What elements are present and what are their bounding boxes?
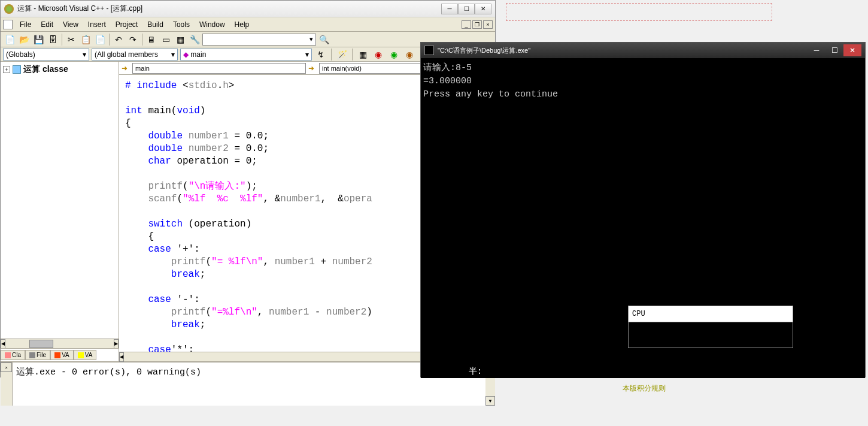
- menu-window[interactable]: Window: [195, 19, 230, 30]
- console-icon: [424, 46, 434, 55]
- tab-fileview[interactable]: File: [25, 350, 50, 360]
- output-gutter: ×: [1, 362, 13, 406]
- menu-help[interactable]: Help: [230, 19, 254, 30]
- windows-icon[interactable]: ▦: [174, 33, 187, 46]
- tab-va1[interactable]: VA: [50, 350, 74, 360]
- menu-bar: File Edit View Insert Project Build Tool…: [1, 17, 495, 32]
- menu-edit[interactable]: Edit: [36, 19, 58, 30]
- page-footer: 本版积分规则: [623, 383, 802, 394]
- find-combo[interactable]: ▾: [202, 34, 316, 46]
- class-group-icon: [13, 65, 21, 74]
- console-body[interactable]: 请输入:8-5 =3.000000 Press any key to conti…: [421, 58, 865, 378]
- console-line-2: =3.000000: [423, 75, 863, 88]
- workspace-tabs: Cla File VA VA: [1, 348, 119, 361]
- brown-icon[interactable]: ◉: [403, 48, 416, 61]
- console-line-1: 请输入:8-5: [423, 62, 863, 75]
- new-icon[interactable]: 📄: [3, 33, 16, 46]
- menu-file[interactable]: File: [15, 19, 36, 30]
- console-line-3: Press any key to continue: [423, 88, 863, 101]
- tree-root-item[interactable]: + 运算 classe: [3, 64, 116, 75]
- console-maximize-button[interactable]: ☐: [825, 44, 843, 56]
- tooltip-body: [629, 322, 793, 348]
- background-dashed-area: [506, 3, 772, 21]
- grid-icon[interactable]: ▦: [356, 48, 369, 61]
- save-icon[interactable]: 💾: [32, 33, 45, 46]
- resource-icon[interactable]: 🔧: [188, 33, 201, 46]
- members-combo[interactable]: (All global members▾: [92, 49, 178, 61]
- tab-classview[interactable]: Cla: [1, 350, 25, 360]
- console-tooltip: CPU: [628, 306, 793, 348]
- maximize-button[interactable]: ☐: [458, 4, 475, 14]
- output-text[interactable]: 运算.exe - 0 error(s), 0 warning(s): [13, 362, 485, 406]
- mdi-minimize-button[interactable]: _: [462, 20, 471, 29]
- nav-fwd-icon[interactable]: ➜: [308, 64, 317, 72]
- console-title-bar[interactable]: "C:\C语言例子\Debug\运算.exe" ─ ☐ ✕: [421, 43, 865, 58]
- goto-icon[interactable]: ↯: [314, 48, 327, 61]
- console-window: "C:\C语言例子\Debug\运算.exe" ─ ☐ ✕ 请输入:8-5 =3…: [420, 42, 866, 377]
- save-all-icon[interactable]: 🗄: [46, 33, 59, 46]
- class-view-panel: + 运算 classe ◀ ▶ Cla File VA VA: [1, 62, 119, 361]
- console-minimize-button[interactable]: ─: [808, 44, 825, 56]
- close-button[interactable]: ✕: [475, 4, 491, 14]
- tab-va2[interactable]: VA: [74, 350, 97, 360]
- wizard-icon[interactable]: 🪄: [335, 48, 348, 61]
- undo-icon[interactable]: ↶: [112, 33, 125, 46]
- menu-view[interactable]: View: [58, 19, 83, 30]
- copy-icon[interactable]: 📋: [79, 33, 92, 46]
- console-close-button[interactable]: ✕: [843, 44, 861, 56]
- window-title: 运算 - Microsoft Visual C++ - [运算.cpp]: [17, 4, 441, 14]
- tooltip-header: CPU: [629, 306, 793, 322]
- paste-icon[interactable]: 📄: [93, 33, 107, 46]
- console-title: "C:\C语言例子\Debug\运算.exe": [438, 46, 808, 55]
- minimize-button[interactable]: ─: [441, 4, 458, 14]
- expand-icon[interactable]: +: [3, 66, 10, 73]
- menu-build[interactable]: Build: [142, 19, 168, 30]
- app-icon: [4, 4, 14, 14]
- tree-root-label: 运算 classe: [23, 64, 68, 75]
- menu-project[interactable]: Project: [111, 19, 142, 30]
- cut-icon[interactable]: ✂: [65, 33, 78, 46]
- nav-file-field[interactable]: main: [132, 63, 306, 74]
- red-icon[interactable]: ◉: [372, 48, 385, 61]
- mdi-restore-button[interactable]: ❐: [472, 20, 482, 29]
- function-combo[interactable]: ◆ main▾: [180, 49, 312, 61]
- output-icon[interactable]: ▭: [159, 33, 172, 46]
- footer-link[interactable]: 本版积分规则: [623, 384, 666, 392]
- green-icon[interactable]: ◉: [387, 48, 400, 61]
- class-tree[interactable]: + 运算 classe: [1, 62, 119, 339]
- nav-back-icon[interactable]: ➜: [122, 64, 130, 72]
- mdi-close-button[interactable]: ×: [483, 20, 493, 29]
- tree-hscroll[interactable]: ◀ ▶: [1, 339, 119, 348]
- find-icon[interactable]: 🔍: [317, 33, 330, 46]
- title-bar[interactable]: 运算 - Microsoft Visual C++ - [运算.cpp] ─ ☐…: [1, 1, 495, 17]
- workspace-icon[interactable]: 🖥: [145, 33, 158, 46]
- document-icon: [3, 20, 13, 29]
- menu-insert[interactable]: Insert: [83, 19, 111, 30]
- globals-combo[interactable]: (Globals)▾: [3, 49, 89, 61]
- ime-indicator: 半:: [469, 365, 482, 378]
- redo-icon[interactable]: ↷: [126, 33, 139, 46]
- menu-tools[interactable]: Tools: [168, 19, 195, 30]
- open-icon[interactable]: 📂: [17, 33, 31, 46]
